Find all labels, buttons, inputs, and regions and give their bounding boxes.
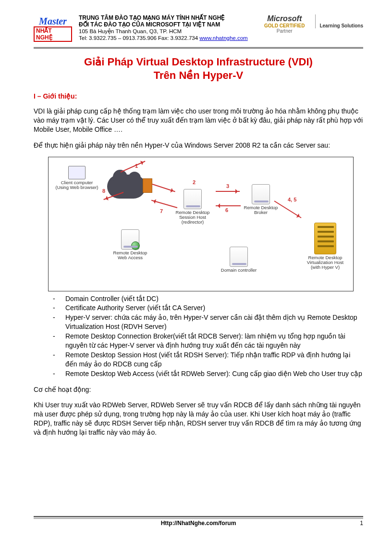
server-list: Domain Controller (viết tắt DC) Certific… bbox=[53, 294, 363, 378]
list-item: Remote Desktop Connection Broker(viết tắ… bbox=[53, 332, 363, 350]
header-rule bbox=[34, 47, 363, 49]
arrow-label-2: 2 bbox=[193, 179, 196, 185]
page-footer: Http://NhatNghe.com/forum 1 bbox=[34, 516, 363, 527]
client-label: Client computer (Using Web browser) bbox=[55, 180, 98, 190]
arrow-label-3: 3 bbox=[226, 183, 229, 189]
node-dc: Domain controller bbox=[215, 247, 263, 273]
header-contact: Tel: 3.9322.735 – 0913.735.906 Fax: 3.93… bbox=[79, 35, 199, 41]
arrow-label-8: 8 bbox=[102, 188, 105, 194]
node-rdwa: Remote Desktop Web Access bbox=[106, 229, 154, 261]
logo-top: Master bbox=[39, 17, 67, 25]
cloud-icon bbox=[107, 175, 146, 199]
server-icon bbox=[252, 184, 270, 204]
title-line2: Trên Nền Hyper-V bbox=[34, 69, 363, 82]
node-rdvh: Remote Desktop Virtualization Host (with… bbox=[300, 223, 350, 270]
list-item: Remote Desktop Web Access (viết tắt RDWe… bbox=[53, 369, 363, 378]
header-link[interactable]: www.nhatnghe.com bbox=[199, 35, 247, 41]
rdsh-label: Remote Desktop Session Host (redirector) bbox=[169, 210, 217, 225]
title-line1: Giải Pháp Virtual Desktop Infrastructure… bbox=[34, 55, 363, 69]
server-icon bbox=[121, 229, 139, 250]
arrow-3 bbox=[216, 191, 240, 192]
arrow-label-7: 7 bbox=[160, 208, 163, 214]
list-item: Domain Controller (viết tắt DC) bbox=[53, 294, 363, 303]
firewall-icon bbox=[143, 178, 152, 193]
header-line2: ĐỐI TÁC ĐÀO TẠO CỦA MICROSOFT TẠI VIỆT N… bbox=[79, 21, 257, 28]
rdcb-label: Remote Desktop Broker bbox=[237, 205, 285, 215]
paragraph-mechanism-h: Cơ chế hoạt động: bbox=[34, 385, 363, 394]
header-line3: 105 Bà Huyện Thanh Quan, Q3, TP. HCM bbox=[79, 28, 257, 35]
node-rdcb: Remote Desktop Broker bbox=[237, 184, 285, 215]
dc-label: Domain controller bbox=[215, 268, 263, 273]
header-text: TRUNG TÂM ĐÀO TẠO MẠNG MÁY TÍNH NHẤT NGH… bbox=[79, 14, 257, 41]
rdvh-label: Remote Desktop Virtualization Host (with… bbox=[300, 255, 350, 270]
page-title: Giải Pháp Virtual Desktop Infrastructure… bbox=[34, 55, 363, 82]
partner-label: Partner bbox=[264, 28, 305, 34]
node-client: Client computer (Using Web browser) bbox=[55, 166, 98, 190]
arrow-2 bbox=[152, 184, 175, 192]
page-number: 1 bbox=[354, 520, 363, 527]
architecture-diagram: Client computer (Using Web browser) Remo… bbox=[48, 157, 354, 291]
node-cloud bbox=[107, 175, 146, 199]
learning-solutions: Learning Solutions bbox=[315, 14, 363, 28]
page-header: Master NHẤT NGHỆ TRUNG TÂM ĐÀO TẠO MẠNG … bbox=[34, 14, 363, 44]
list-item: Hyper-V server: chứa các máy ảo, trên Hy… bbox=[53, 313, 363, 331]
paragraph-requirements: Để thực hiện giải pháp này trên nền Hype… bbox=[34, 141, 363, 150]
header-line1: TRUNG TÂM ĐÀO TẠO MẠNG MÁY TÍNH NHẤT NGH… bbox=[79, 14, 257, 21]
footer-rule bbox=[34, 516, 363, 519]
gold-certified: GOLD CERTIFIED bbox=[264, 23, 305, 28]
arrow-1 bbox=[121, 161, 146, 173]
arrow-label-45: 4, 5 bbox=[288, 197, 296, 202]
server-icon bbox=[184, 189, 202, 209]
ms-badge: Microsoft GOLD CERTIFIED Partner bbox=[264, 14, 305, 34]
arrow-label-6: 6 bbox=[225, 207, 228, 213]
arrow-label-1: 1 bbox=[135, 163, 138, 169]
paragraph-mechanism: Khi User truy xuất vào RDWeb Server, RDW… bbox=[34, 401, 363, 437]
rack-icon bbox=[314, 223, 336, 254]
section-heading: I – Giới thiệu: bbox=[34, 92, 363, 100]
list-item: Certificate Authority Server (viết tắt C… bbox=[53, 303, 363, 313]
paragraph-intro: VDI là giải pháp cung cấp hệ thống trạm … bbox=[34, 107, 363, 134]
globe-icon bbox=[131, 241, 140, 250]
footer-link[interactable]: Http://NhatNghe.com/forum bbox=[43, 520, 354, 527]
arrow-6 bbox=[216, 205, 241, 206]
brand-logo: Master NHẤT NGHỆ bbox=[34, 14, 72, 44]
monitor-icon bbox=[68, 166, 86, 179]
rdwa-label: Remote Desktop Web Access bbox=[106, 251, 154, 261]
header-line4: Tel: 3.9322.735 – 0913.735.906 Fax: 3.93… bbox=[79, 35, 257, 42]
microsoft-logo: Microsoft bbox=[264, 14, 305, 23]
list-item: Remote Desktop Session Host (viết tắt RD… bbox=[53, 351, 363, 369]
server-icon bbox=[230, 247, 248, 267]
logo-bottom: NHẤT NGHỆ bbox=[34, 26, 72, 42]
